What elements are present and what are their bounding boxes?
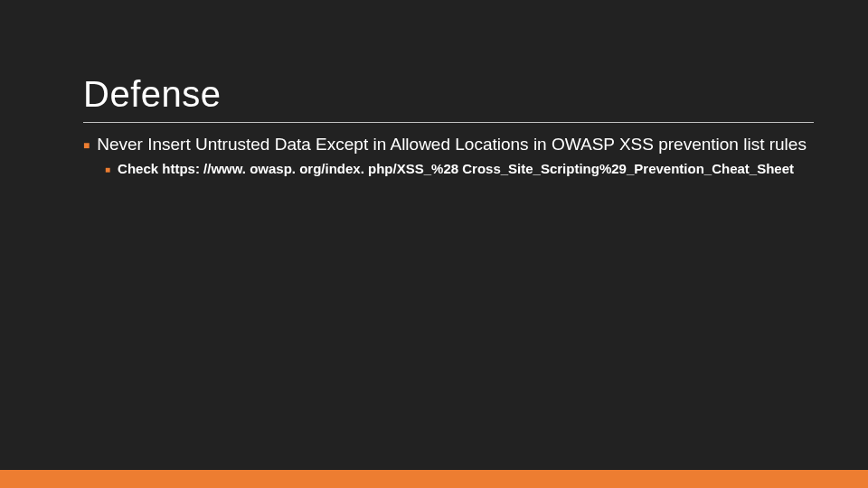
bullet-text: Check https: //www. owasp. org/index. ph… xyxy=(118,160,794,178)
bullet-text: Never Insert Untrusted Data Except in Al… xyxy=(97,134,807,156)
square-bullet-icon: ■ xyxy=(83,135,90,156)
square-bullet-icon: ■ xyxy=(105,161,110,179)
title-underline xyxy=(83,122,814,123)
bullet-level-1: ■ Never Insert Untrusted Data Except in … xyxy=(83,134,814,156)
title-block: Defense xyxy=(83,74,814,123)
accent-bottom-bar xyxy=(0,470,868,488)
bullet-level-2: ■ Check https: //www. owasp. org/index. … xyxy=(105,160,814,179)
content-block: ■ Never Insert Untrusted Data Except in … xyxy=(83,134,814,179)
slide: Defense ■ Never Insert Untrusted Data Ex… xyxy=(0,0,868,488)
slide-title: Defense xyxy=(83,74,814,120)
